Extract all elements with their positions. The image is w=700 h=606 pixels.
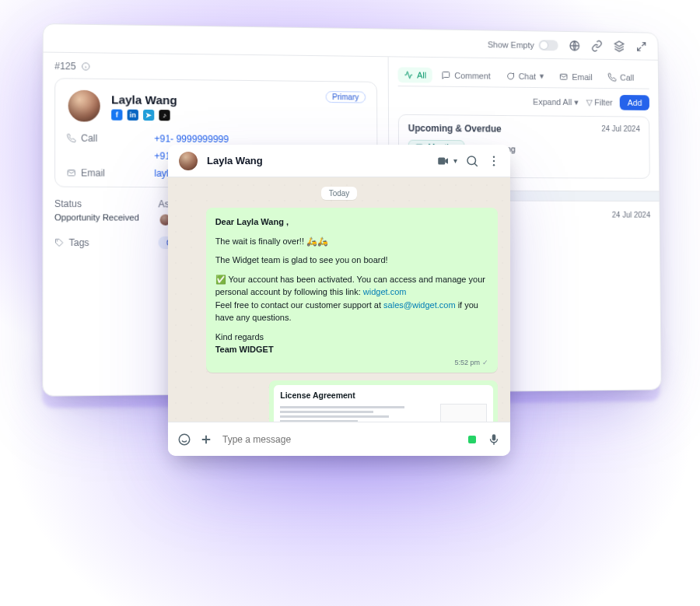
primary-badge: Primary (325, 91, 366, 103)
msg-kind: Kind regards (215, 331, 488, 344)
info-icon[interactable] (81, 61, 90, 71)
chat-window: Layla Wang ▾ Today Dear Layla Wang , The… (168, 145, 510, 456)
add-button[interactable]: Add (620, 95, 649, 110)
svg-point-8 (467, 156, 476, 165)
globe-icon[interactable] (569, 39, 580, 51)
svg-point-10 (493, 159, 495, 161)
call-icon (607, 72, 617, 82)
show-empty-label: Show Empty (488, 40, 534, 50)
chat-icon (506, 71, 515, 80)
activity-tabs: All Comment Chat ▾ Email Call Meet (397, 63, 649, 89)
phone-icon (67, 133, 76, 142)
chat-contact-name: Layla Wang (207, 155, 429, 166)
expand-all[interactable]: Expand All ▾ (533, 96, 579, 107)
status-value: Opportunity Received (54, 212, 142, 222)
phone-value-1[interactable]: +91- 9999999999 (154, 133, 366, 145)
email-icon (559, 72, 569, 81)
svg-point-9 (493, 156, 495, 157)
more-icon[interactable] (487, 154, 501, 168)
link-widget[interactable]: widget.com (363, 287, 407, 296)
send-indicator (468, 436, 476, 443)
contact-name: Layla Wang (111, 93, 177, 107)
chat-header: Layla Wang ▾ (168, 145, 510, 177)
svg-point-11 (493, 164, 495, 166)
tab-all[interactable]: All (397, 67, 432, 82)
facebook-icon[interactable]: f (111, 109, 122, 120)
comment-icon (442, 70, 451, 79)
day-separator: Today (321, 187, 358, 200)
link-icon[interactable] (591, 40, 603, 52)
svg-point-12 (179, 434, 190, 445)
activity-icon (404, 70, 413, 79)
video-icon[interactable] (436, 154, 450, 168)
mic-icon[interactable] (487, 433, 501, 447)
expand-icon[interactable] (635, 40, 647, 53)
tab-email[interactable]: Email (553, 68, 598, 84)
avatar (67, 89, 102, 124)
email-label: Email (67, 167, 155, 179)
message-bubble-1[interactable]: Dear Layla Wang , The wait is finally ov… (206, 208, 498, 373)
document-title: License Agreement (280, 390, 487, 402)
filter-button[interactable]: ▽ Filter (586, 97, 613, 107)
msg-line3: ✅ Your account has been activated. You c… (215, 273, 488, 299)
msg-line2: The Widget team is glad to see you on bo… (215, 254, 488, 267)
plus-icon[interactable] (199, 433, 213, 447)
msg-team: Team WIDGET (215, 345, 274, 354)
message-bubble-2[interactable]: License Agreement PDF Licens (269, 380, 498, 422)
search-icon[interactable] (465, 154, 479, 168)
show-empty-toggle[interactable]: Show Empty (488, 39, 558, 51)
tiktok-icon[interactable]: ♪ (159, 110, 170, 121)
calendar-icon (649, 73, 649, 82)
toggle-switch[interactable] (538, 40, 558, 51)
tags-label: Tags (54, 236, 142, 249)
event-date: 24 Jul 2024 (601, 124, 639, 133)
chat-avatar[interactable] (177, 150, 199, 172)
msg-line1: The wait is finally over!! 🛵🛵 (215, 235, 488, 248)
tab-meeting[interactable]: Meet (643, 70, 649, 86)
tab-chat[interactable]: Chat ▾ (499, 68, 550, 84)
linkedin-icon[interactable]: in (128, 109, 138, 120)
link-sales[interactable]: sales@widget.com (383, 300, 455, 310)
tag-icon (54, 238, 64, 247)
svg-rect-7 (438, 157, 445, 164)
status-label: Status (54, 198, 142, 210)
check-icon: ✓ (482, 358, 488, 369)
msg-greeting: Dear Layla Wang , (215, 217, 289, 226)
telegram-icon[interactable]: ➤ (143, 109, 154, 120)
emoji-icon[interactable] (177, 433, 191, 447)
message-input[interactable] (221, 428, 479, 451)
record-id: #125 (54, 61, 377, 75)
msg-line4: Feel free to contact our customer suppor… (215, 299, 488, 324)
chevron-down-icon[interactable]: ▾ (453, 156, 457, 165)
chat-body: Today Dear Layla Wang , The wait is fina… (168, 177, 510, 422)
tab-comment[interactable]: Comment (436, 67, 497, 83)
mail-icon (67, 168, 76, 177)
call-label: Call (67, 132, 155, 144)
document-preview[interactable]: License Agreement (274, 385, 493, 422)
svg-point-3 (57, 240, 58, 241)
layers-icon[interactable] (613, 40, 625, 52)
msg-time-1: 5:52 pm✓ (215, 358, 488, 369)
tab-call[interactable]: Call (601, 69, 640, 85)
chat-input-bar (168, 422, 510, 456)
